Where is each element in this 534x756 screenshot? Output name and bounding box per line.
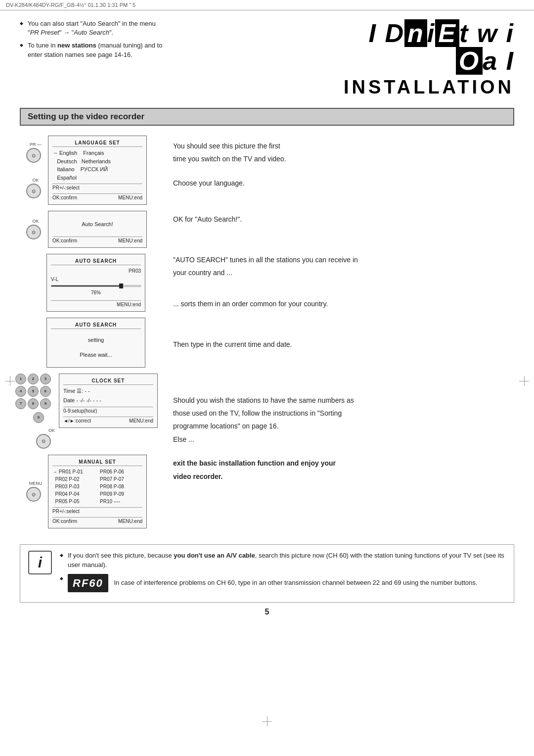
right-column: You should see this picture the first ti… (163, 131, 529, 534)
progress-percent: 76% (51, 289, 141, 296)
progress-track (51, 285, 141, 287)
num-5[interactable]: 5 (28, 386, 39, 397)
num-1[interactable]: 1 (15, 374, 26, 384)
clock-set-screen: CLOCK SET Time ☰: - - Date - -/- -/- - -… (59, 374, 158, 428)
time-field: Time ☰: - - (63, 387, 153, 395)
pr-number: PR03 (51, 267, 141, 275)
ok-button-2[interactable]: ⊙ (26, 225, 41, 239)
ok-label-2: OK (32, 219, 39, 224)
manual-set-screen: MANUAL SET → PR01 P-01PR06 P-06 PR02 P-0… (48, 455, 147, 528)
main-content: PR — ⊙ OK ⊙ LANGUAGE SET → English Franç… (0, 131, 534, 534)
step-autosearch-ok-row: OK ⊙ Auto Search! OK:confirm MENU:end (10, 211, 163, 248)
num-2[interactable]: 2 (28, 374, 39, 384)
header-area: You can also start "Auto Search" in the … (0, 10, 534, 103)
step-clock-set-row: 1 2 3 4 5 6 7 8 9 0 OK ⊙ (10, 374, 163, 449)
menu-label: MENU (29, 481, 43, 486)
num-7[interactable]: 7 (15, 398, 26, 409)
step1-text: You should see this picture the first ti… (173, 141, 519, 189)
num-9[interactable]: 9 (40, 398, 51, 409)
page-number: 5 (0, 608, 534, 616)
logo-area: I DniEt w iOa I INSTALLATION (344, 19, 514, 98)
left-column: PR — ⊙ OK ⊙ LANGUAGE SET → English Franç… (10, 131, 163, 534)
autosearch-ok-text: Auto Search! (52, 220, 142, 229)
num-6[interactable]: 6 (40, 386, 51, 397)
autosearch-setting-screen: AUTO SEARCH setting Please wait... (46, 318, 145, 368)
language-set-title: LANGUAGE SET (52, 139, 142, 147)
rf60-badge: RF60 (68, 574, 108, 592)
crosshair-left (5, 376, 15, 386)
info-bullet-2: RF60 In case of interference problems on… (60, 574, 506, 592)
progress-fill (51, 285, 119, 286)
ok-button-3[interactable]: ⊙ (36, 434, 51, 449)
step5-text: Then type in the current time and date. (173, 339, 519, 350)
manual-table: → PR01 P-01PR06 P-06 PR02 P-02PR07 P-07 … (52, 468, 142, 505)
ok-label-3: OK (48, 428, 55, 433)
crosshair-right (519, 376, 529, 386)
setting-text: setting (51, 336, 141, 344)
pr-button[interactable]: ⊙ (26, 148, 41, 163)
clock-left-buttons: 1 2 3 4 5 6 7 8 9 0 OK ⊙ (15, 374, 55, 449)
daewoo-logo: I DniEt w iOa I (344, 19, 514, 75)
pr-label: PR — (30, 142, 42, 147)
num-3[interactable]: 3 (40, 374, 51, 384)
crosshair-bottom (262, 716, 272, 726)
num-4[interactable]: 4 (15, 386, 26, 397)
info-bullet-1: If you don't see this picture, because y… (60, 551, 506, 570)
progress-thumb (119, 284, 123, 288)
step-language-set-row: PR — ⊙ OK ⊙ LANGUAGE SET → English Franç… (10, 136, 163, 205)
section-heading: Setting up the video recorder (20, 108, 514, 126)
header-bullets: You can also start "Auto Search" in the … (20, 19, 344, 63)
step-manual-set-row: MENU ⊙ MANUAL SET → PR01 P-01PR06 P-06 P… (10, 455, 163, 528)
number-cluster[interactable]: 1 2 3 4 5 6 7 8 9 (15, 374, 51, 409)
ok-label-1: OK (32, 178, 39, 183)
step2-text: OK for "Auto Search!". (173, 214, 519, 225)
bottom-info-box: i If you don't see this picture, because… (20, 544, 514, 603)
menu-button[interactable]: ⊙ (26, 487, 41, 502)
top-bar-text: DV-K284/K484DY-RG/F_GB-4½° 01.1.30 1:31 … (6, 2, 135, 8)
step4-text: ... sorts them in an order common for yo… (173, 298, 519, 309)
language-set-footer: PR+/-:select (52, 184, 142, 191)
progress-bar-container (51, 285, 141, 287)
autosearch-ok-screen: Auto Search! OK:confirm MENU:end (48, 211, 147, 248)
step-autosearch-progress-row: AUTO SEARCH PR03 V-L 76% MENU:end (10, 254, 163, 312)
date-field: Date - -/- -/- - - - (63, 396, 153, 405)
ok-button-1[interactable]: ⊙ (26, 184, 41, 198)
header-bullet-1: You can also start "Auto Search" in the … (20, 19, 329, 37)
num-8[interactable]: 8 (28, 398, 39, 409)
autosearch-progress-screen: AUTO SEARCH PR03 V-L 76% MENU:end (46, 254, 145, 312)
step-autosearch-setting-row: AUTO SEARCH setting Please wait... (10, 318, 163, 368)
info-icon: i (28, 551, 52, 574)
language-set-screen: LANGUAGE SET → English Français Deutsch … (48, 136, 147, 205)
header-bullet-2: To tune in new stations (manual tuning) … (20, 41, 329, 59)
top-bar: DV-K284/K484DY-RG/F_GB-4½° 01.1.30 1:31 … (0, 0, 534, 10)
please-wait-text: Please wait... (51, 351, 141, 359)
step3-text: "AUTO SEARCH" tunes in all the stations … (173, 254, 519, 279)
installation-label: INSTALLATION (344, 77, 514, 98)
info-bullets: If you don't see this picture, because y… (60, 551, 506, 596)
step6-text: Should you wish the stations to have the… (173, 395, 519, 482)
num-0[interactable]: 0 (33, 412, 44, 423)
